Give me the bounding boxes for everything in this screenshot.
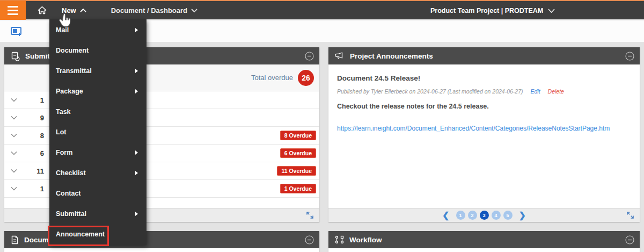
hamburger-icon (8, 6, 18, 8)
document-icon (11, 235, 19, 244)
project-selector[interactable]: Product Team Project | PRODTEAM (430, 1, 555, 20)
project-selector-label: Product Team Project | PRODTEAM (430, 7, 543, 15)
menu-item-form[interactable]: Form (49, 142, 147, 163)
top-navigation-bar: New Document / Dashboard Product Team Pr… (0, 0, 644, 19)
announcements-widget-header: Project Announcements (328, 47, 640, 64)
new-menu-label: New (62, 6, 76, 15)
chevron-up-icon (80, 9, 86, 12)
announcements-widget-footer: ❮ 1 2 3 4 5 ❯ (328, 208, 640, 222)
row-count: 11 (26, 167, 44, 175)
workflow-widget: Workflow (328, 231, 640, 252)
delete-link[interactable]: Delete (548, 88, 564, 95)
overdue-badge: 6 Overdue (280, 148, 316, 158)
widget-title: Workflow (349, 236, 382, 244)
submenu-arrow-icon (135, 28, 138, 32)
menu-item-lot[interactable]: Lot (49, 122, 147, 142)
submenu-arrow-icon (135, 171, 138, 175)
expand-row-chevron-icon[interactable] (11, 186, 26, 191)
collapse-minus-icon (305, 235, 314, 244)
menu-item-checklist[interactable]: Checklist (49, 163, 147, 183)
menu-item-contact[interactable]: Contact (49, 183, 147, 204)
edit-link[interactable]: Edit (531, 88, 540, 95)
menu-item-transmittal[interactable]: Transmittal (49, 61, 147, 81)
pagination: ❮ 1 2 3 4 5 ❯ (328, 211, 640, 220)
expand-row-chevron-icon[interactable] (11, 133, 26, 138)
breadcrumb-label: Document / Dashboard (111, 6, 187, 15)
expand-widget-button[interactable] (306, 211, 314, 219)
submittal-icon (11, 52, 20, 61)
new-dropdown-menu: Mail Document Transmittal Package Task L… (49, 19, 147, 245)
collapse-button[interactable] (305, 52, 314, 61)
pagination-prev-icon[interactable]: ❮ (438, 211, 453, 220)
overdue-badge: 11 Overdue (277, 166, 316, 176)
expand-row-chevron-icon[interactable] (11, 169, 26, 173)
announcement-meta: Published by Tyler Ellerbeck on 2024-06-… (337, 88, 631, 95)
project-announcements-widget: Project Announcements Document 24.5 Rele… (328, 47, 640, 222)
announcement-title: Document 24.5 Release! (337, 74, 631, 82)
release-notes-link[interactable]: https://learn.ineight.com/Document_Enhan… (337, 125, 610, 132)
pagination-page-button[interactable]: 2 (468, 211, 477, 220)
collapse-button[interactable] (305, 235, 314, 244)
total-overdue-count-badge: 26 (298, 70, 314, 86)
home-icon (38, 6, 47, 15)
workflow-icon (335, 235, 344, 244)
menu-item-task[interactable]: Task (49, 102, 147, 122)
chevron-down-icon (548, 9, 555, 13)
menu-item-package[interactable]: Package (49, 81, 147, 102)
megaphone-icon (335, 52, 345, 60)
announcement-post: Document 24.5 Release! Published by Tyle… (328, 64, 640, 133)
widget-title: Project Announcements (350, 52, 433, 60)
collapse-minus-icon (625, 52, 634, 61)
row-count: 1 (26, 96, 44, 104)
workflow-widget-header: Workflow (328, 231, 640, 248)
row-count: 8 (26, 132, 44, 140)
pagination-page-button[interactable]: 5 (503, 211, 513, 220)
collapse-button[interactable] (625, 235, 634, 244)
row-count: 1 (26, 185, 44, 193)
announcement-body: Checkout the release notes for the 24.5 … (337, 103, 631, 110)
home-button[interactable] (38, 6, 47, 15)
menu-item-document[interactable]: Document (49, 40, 147, 61)
submenu-arrow-icon (135, 212, 138, 216)
expand-row-chevron-icon[interactable] (11, 98, 26, 102)
submenu-arrow-icon (135, 69, 138, 73)
overdue-badge: 8 Overdue (280, 131, 316, 140)
pagination-page-button[interactable]: 1 (456, 211, 465, 220)
add-widget-icon[interactable] (10, 25, 23, 38)
hamburger-menu-button[interactable] (0, 1, 26, 20)
collapse-minus-icon (305, 52, 314, 61)
collapse-minus-icon (625, 235, 634, 244)
pagination-next-icon[interactable]: ❯ (515, 211, 530, 220)
expand-diagonal-icon (306, 211, 314, 219)
row-count: 6 (26, 149, 44, 157)
expand-row-chevron-icon[interactable] (11, 116, 26, 120)
total-overdue-label: Total overdue (251, 74, 293, 82)
breadcrumb[interactable]: Document / Dashboard (111, 6, 197, 15)
menu-item-submittal[interactable]: Submittal (49, 204, 147, 224)
expand-row-chevron-icon[interactable] (11, 151, 26, 155)
submenu-arrow-icon (135, 150, 138, 155)
menu-item-announcement[interactable]: Announcement (49, 224, 147, 244)
overdue-badge: 1 Overdue (280, 184, 316, 193)
chevron-down-icon (191, 9, 197, 12)
pagination-page-button-active[interactable]: 3 (480, 211, 489, 220)
new-menu-button[interactable]: New (62, 6, 86, 15)
submenu-arrow-icon (135, 89, 138, 93)
pagination-page-button[interactable]: 4 (492, 211, 501, 220)
published-line: Published by Tyler Ellerbeck on 2024-06-… (337, 88, 523, 95)
menu-item-mail[interactable]: Mail (49, 20, 147, 40)
collapse-button[interactable] (625, 52, 634, 61)
row-count: 9 (26, 114, 44, 122)
